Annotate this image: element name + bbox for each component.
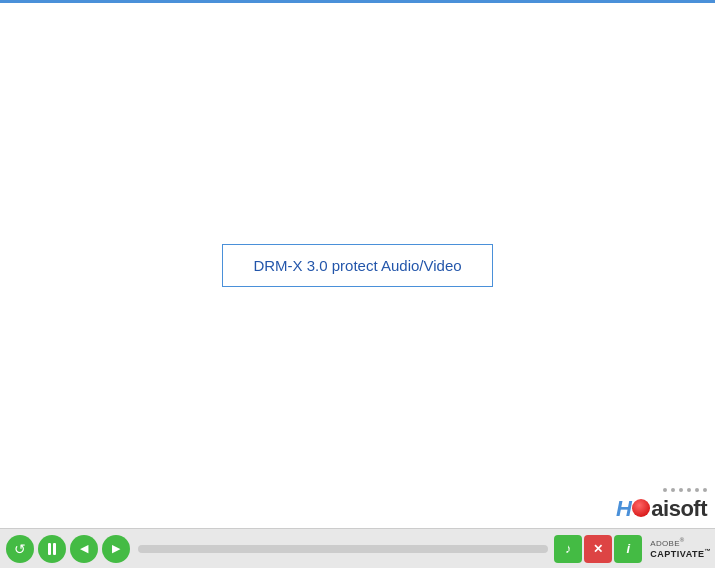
progress-bar[interactable] <box>138 545 548 553</box>
replay-button[interactable] <box>6 535 34 563</box>
close-icon: ✕ <box>593 542 603 556</box>
drm-protection-box: DRM-X 3.0 protect Audio/Video <box>222 244 492 287</box>
logo-red-dot <box>632 499 650 517</box>
close-button[interactable]: ✕ <box>584 535 612 563</box>
logo-h: H <box>616 496 631 522</box>
dot-4 <box>687 488 691 492</box>
branding-area: H aisoft <box>616 488 707 522</box>
replay-icon <box>14 541 26 557</box>
info-icon: i <box>627 541 631 556</box>
pause-icon <box>48 543 56 555</box>
back-icon: ◀ <box>80 542 88 555</box>
dot-5 <box>695 488 699 492</box>
volume-icon: ♪ <box>565 541 572 556</box>
back-button[interactable]: ◀ <box>70 535 98 563</box>
drm-label: DRM-X 3.0 protect Audio/Video <box>253 257 461 274</box>
dot-1 <box>663 488 667 492</box>
adobe-label: ADOBE® <box>650 537 684 548</box>
playback-toolbar: ◀ ▶ ♪ ✕ i ADOBE® CAPTIVATE™ <box>0 528 715 568</box>
captivate-label: CAPTIVATE™ <box>650 548 711 560</box>
main-content: DRM-X 3.0 protect Audio/Video <box>0 3 715 528</box>
logo-aisoft: aisoft <box>651 496 707 522</box>
dot-3 <box>679 488 683 492</box>
volume-button[interactable]: ♪ <box>554 535 582 563</box>
dot-6 <box>703 488 707 492</box>
haihaisoft-logo: H aisoft <box>616 496 707 522</box>
toolbar-right-controls: ♪ ✕ i ADOBE® CAPTIVATE™ <box>554 535 711 563</box>
forward-button[interactable]: ▶ <box>102 535 130 563</box>
dots-decoration <box>663 488 707 492</box>
forward-icon: ▶ <box>112 542 120 555</box>
pause-button[interactable] <box>38 535 66 563</box>
dot-2 <box>671 488 675 492</box>
info-button[interactable]: i <box>614 535 642 563</box>
